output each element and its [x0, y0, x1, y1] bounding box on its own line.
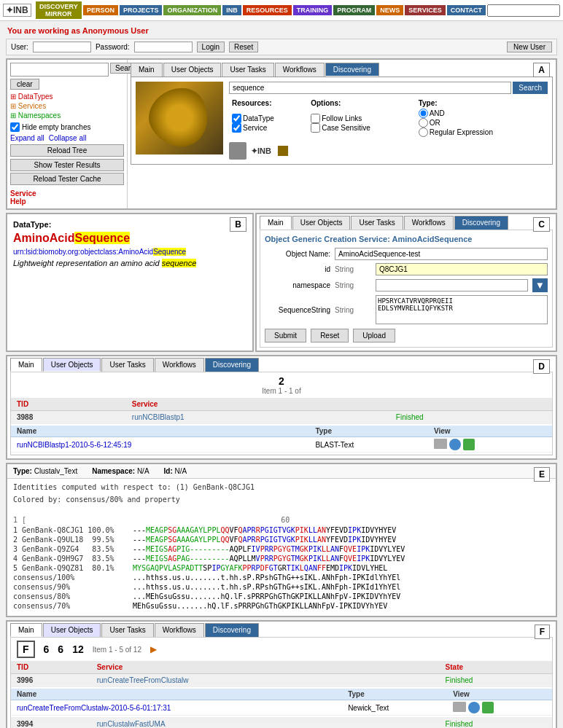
- view-img-icon-1[interactable]: [453, 702, 466, 712]
- tab-main-c[interactable]: Main: [260, 216, 292, 230]
- tab-user-tasks-c[interactable]: User Tasks: [351, 216, 403, 230]
- upload-button[interactable]: Upload: [353, 329, 395, 343]
- nav-person[interactable]: PERSON: [83, 5, 118, 15]
- object-name-input[interactable]: [335, 248, 548, 260]
- panel-b-urn-highlight: Sequence: [153, 248, 186, 256]
- panel-f-label-box: F: [17, 641, 35, 658]
- top-search-input[interactable]: [487, 4, 560, 17]
- panel-b-description: Lightweight representation an amino acid…: [13, 259, 246, 267]
- view-download-icon[interactable]: [463, 439, 475, 450]
- regex-radio[interactable]: [419, 128, 428, 137]
- view-web-icon-1[interactable]: [468, 702, 480, 713]
- list-item: 5 GenBank-Q9QZ81 80.1% MYSGAQPVLASPADTTS…: [13, 564, 550, 572]
- tab-user-objects-d[interactable]: User Objects: [43, 358, 101, 372]
- view-dl-icon-1[interactable]: [482, 702, 494, 713]
- panel-f-info: Item 1 - 5 of 12: [93, 646, 141, 654]
- follow-links-checkbox[interactable]: [311, 114, 320, 123]
- f-row2-service[interactable]: runClustalwFastUMA: [91, 718, 440, 729]
- tab-workflows-f[interactable]: Workflows: [155, 623, 204, 637]
- namespace-input[interactable]: [376, 279, 528, 291]
- sidebar-search-input[interactable]: [10, 63, 109, 77]
- tree-datatypes[interactable]: ⊞ DataTypes: [10, 92, 124, 101]
- show-tester-button[interactable]: Show Tester Results: [10, 159, 124, 171]
- and-radio[interactable]: [419, 109, 428, 118]
- tab-discovering-c[interactable]: Discovering: [454, 216, 508, 230]
- view-web-icon[interactable]: [449, 439, 461, 450]
- tree-namespaces[interactable]: ⊞ Namespaces: [10, 111, 124, 120]
- discovering-search-button[interactable]: Search: [513, 82, 548, 94]
- row-service[interactable]: runNCBIBlastp1: [126, 411, 390, 424]
- or-radio[interactable]: [419, 118, 428, 128]
- seq-type: String: [335, 306, 371, 314]
- panel-c: C Main User Objects User Tasks Workflows…: [255, 213, 557, 352]
- id-input[interactable]: [376, 263, 548, 275]
- sub-type: BLAST-Text: [309, 437, 428, 453]
- user-input[interactable]: [33, 42, 91, 52]
- panel-a: A Search clear ⊞ DataTypes ⊞ Services ⊞ …: [6, 58, 557, 210]
- reload-tester-button[interactable]: Reload Tester Cache: [10, 173, 124, 185]
- panel-a-label: A: [533, 63, 550, 77]
- password-input[interactable]: [134, 42, 193, 52]
- nav-inb[interactable]: INB: [222, 5, 241, 15]
- tab-main-d[interactable]: Main: [10, 358, 42, 372]
- nav-training[interactable]: TRAINING: [293, 5, 333, 15]
- panel-b: B DataType: AminoAcidSequence urn:lsid:b…: [6, 213, 254, 352]
- regex-label: Regular Expression: [430, 128, 493, 136]
- tab-user-objects-a[interactable]: User Objects: [163, 63, 222, 77]
- tab-discovering-f[interactable]: Discovering: [205, 623, 259, 637]
- and-label: AND: [430, 109, 445, 117]
- panel-a-image: [136, 82, 223, 154]
- tab-user-tasks-d[interactable]: User Tasks: [101, 358, 153, 372]
- tab-user-tasks-a[interactable]: User Tasks: [222, 63, 273, 77]
- sub-col-name-1: Name: [11, 689, 342, 700]
- login-button[interactable]: Login: [197, 42, 225, 52]
- tab-user-tasks-f[interactable]: User Tasks: [101, 623, 153, 637]
- expand-all[interactable]: Expand all: [10, 134, 44, 142]
- hide-empty-checkbox[interactable]: [10, 122, 20, 132]
- reload-tree-button[interactable]: Reload Tree: [10, 144, 124, 157]
- reset-login-button[interactable]: Reset: [229, 42, 258, 52]
- nav-discovery[interactable]: DISCOVERY MIRROR: [36, 1, 82, 19]
- nav-projects[interactable]: PROJECTS: [120, 5, 163, 15]
- col-service: Service: [126, 398, 390, 411]
- clear-button[interactable]: clear: [10, 79, 39, 90]
- tab-main-a[interactable]: Main: [131, 63, 163, 77]
- tab-workflows-d[interactable]: Workflows: [155, 358, 204, 372]
- next-page-arrow[interactable]: ▶: [150, 644, 157, 654]
- sequence-textarea[interactable]: HPSRYCATVRVQRPRQEII EDLSYMVRELLIQFYKSTR: [376, 295, 548, 324]
- tab-user-objects-c[interactable]: User Objects: [292, 216, 351, 230]
- panel-d-table: TID Service 3988 runNCBIBlastp1 Finished: [11, 398, 552, 455]
- tab-workflows-a[interactable]: Workflows: [275, 63, 325, 77]
- tab-discovering-a[interactable]: Discovering: [325, 63, 379, 77]
- reset-form-button[interactable]: Reset: [311, 329, 349, 343]
- col-tid: TID: [11, 398, 126, 411]
- nav-contact[interactable]: CONTACT: [447, 5, 486, 15]
- f-sub1-name[interactable]: runCreateTreeFromClustalw-2010-5-6-01:17…: [11, 700, 342, 716]
- nav-organization[interactable]: ORGANIZATION: [163, 5, 221, 15]
- tree-services[interactable]: ⊞ Services: [10, 101, 124, 111]
- list-item: consensus/90% ...hthss.us.u.......t.hh.s…: [13, 583, 550, 591]
- nav-services[interactable]: SERVICES: [405, 5, 445, 15]
- sub-name[interactable]: runNCBIBlastp1-2010-5-6-12:45:19: [11, 437, 309, 453]
- tab-user-objects-f[interactable]: User Objects: [43, 623, 101, 637]
- f-row1-service[interactable]: runCreateTreeFromClustalw: [91, 674, 440, 687]
- view-image-icon[interactable]: [434, 439, 447, 449]
- namespace-label: namespace: [265, 281, 330, 289]
- case-sensitive-checkbox[interactable]: [311, 123, 320, 133]
- new-user-button[interactable]: New User: [507, 42, 552, 52]
- nav-resources[interactable]: RESOURCES: [243, 5, 292, 15]
- discovering-search-input[interactable]: [229, 82, 511, 94]
- tab-discovering-d[interactable]: Discovering: [205, 358, 259, 372]
- service-checkbox[interactable]: [232, 123, 241, 133]
- datatype-checkbox[interactable]: [232, 114, 241, 123]
- tab-main-f[interactable]: Main: [10, 623, 42, 637]
- collapse-all[interactable]: Collapse all: [49, 134, 87, 142]
- nav-news[interactable]: NEWS: [376, 5, 403, 15]
- service-help[interactable]: ServiceHelp: [10, 189, 124, 206]
- panel-f-counts: F 6 6 12 Item 1 - 5 of 12 ▶: [11, 638, 552, 661]
- seq-label-1: 1 GenBank-Q8CJG1 100.0%: [13, 526, 130, 534]
- nav-program[interactable]: PROGRAM: [333, 5, 375, 15]
- namespace-dropdown[interactable]: ▼: [532, 278, 548, 292]
- submit-button[interactable]: Submit: [265, 329, 306, 343]
- tab-workflows-c[interactable]: Workflows: [404, 216, 454, 230]
